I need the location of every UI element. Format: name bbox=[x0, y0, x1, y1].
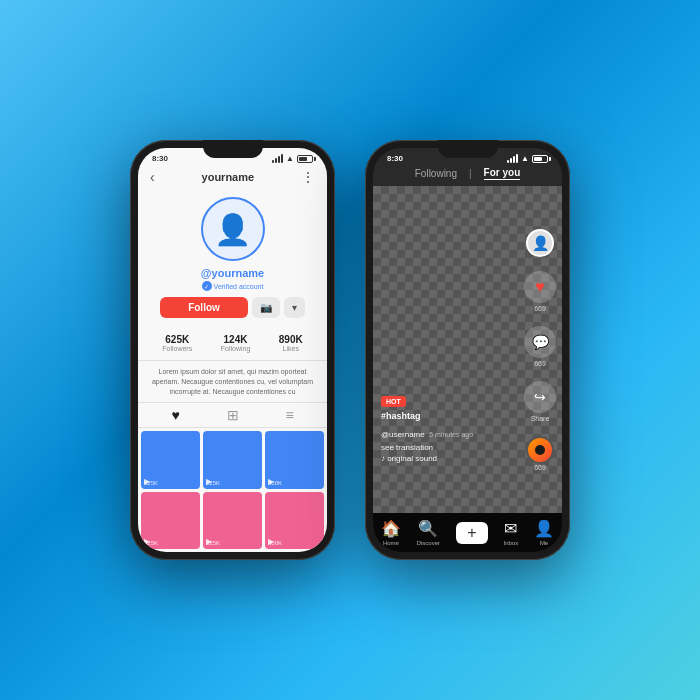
nav-following[interactable]: Following bbox=[415, 168, 457, 179]
likes-count: 890K bbox=[279, 334, 303, 345]
profile-title: yourname bbox=[202, 171, 255, 183]
nav-discover[interactable]: 🔍 Discover bbox=[417, 519, 440, 546]
grid-cell-1[interactable]: ▶ 625K bbox=[141, 431, 200, 488]
content-username[interactable]: @username bbox=[381, 430, 425, 439]
play-icon-6: ▶ bbox=[268, 537, 274, 546]
play-icon-5: ▶ bbox=[206, 537, 212, 546]
nav-inbox[interactable]: ✉ Inbox bbox=[504, 519, 519, 546]
me-icon: 👤 bbox=[534, 519, 554, 538]
battery-icon-right bbox=[532, 155, 548, 163]
avatar-icon: 👤 bbox=[214, 212, 251, 247]
inbox-icon: ✉ bbox=[504, 519, 517, 538]
nav-foryou[interactable]: For you bbox=[484, 167, 521, 180]
music-action[interactable]: 669 bbox=[526, 436, 554, 471]
camera-icon: 📷 bbox=[260, 302, 272, 313]
avatar-action[interactable]: 👤 bbox=[526, 229, 554, 257]
status-icons-right: ▲ bbox=[507, 154, 548, 163]
wifi-icon-right: ▲ bbox=[521, 154, 529, 163]
inbox-label: Inbox bbox=[504, 540, 519, 546]
video-grid: ▶ 625K ▶ 225K ▶ 300K ▶ 625K bbox=[138, 428, 327, 552]
feed-bottom-content: HOT #hashtag @username 5 minutes ago see… bbox=[381, 390, 512, 463]
comment-action[interactable]: 💬 669 bbox=[524, 326, 556, 367]
signal-icon bbox=[272, 155, 283, 163]
feed-avatar-icon: 👤 bbox=[526, 229, 554, 257]
phones-container: 8:30 ▲ bbox=[130, 140, 570, 560]
bio-text: Lorem ipsum dolor sit amet, qui mazim op… bbox=[138, 361, 327, 402]
hot-badge: HOT bbox=[381, 396, 406, 407]
follow-button[interactable]: Follow bbox=[160, 297, 248, 318]
avatar-circle: 👤 bbox=[201, 197, 265, 261]
dropdown-button[interactable]: ▾ bbox=[284, 297, 305, 318]
comment-count: 669 bbox=[534, 360, 546, 367]
music-disc-inner bbox=[535, 445, 545, 455]
feed-actions: 👤 ♥ 669 💬 669 bbox=[524, 229, 556, 471]
feed-video-area[interactable]: 👤 ♥ 669 💬 669 bbox=[373, 186, 562, 513]
play-icon-3: ▶ bbox=[268, 477, 274, 486]
tab-list[interactable]: ≡ bbox=[285, 407, 293, 423]
stat-likes: 890K Likes bbox=[279, 334, 303, 352]
hashtag-text[interactable]: #hashtag bbox=[381, 411, 512, 421]
translation-text[interactable]: see translation bbox=[381, 443, 512, 452]
nav-home[interactable]: 🏠 Home bbox=[381, 519, 401, 546]
notch-right bbox=[438, 140, 498, 158]
home-label: Home bbox=[383, 540, 399, 546]
profile-screen: 8:30 ▲ bbox=[138, 148, 327, 552]
bar2r bbox=[510, 158, 512, 163]
nav-create[interactable]: + bbox=[456, 522, 488, 544]
feed-nav: Following | For you bbox=[373, 165, 562, 186]
bar3 bbox=[278, 156, 280, 163]
likes-label: Likes bbox=[279, 345, 303, 352]
grid-cell-2[interactable]: ▶ 225K bbox=[203, 431, 262, 488]
bar3r bbox=[513, 156, 515, 163]
play-icon-1: ▶ bbox=[144, 477, 150, 486]
play-icon-4: ▶ bbox=[144, 537, 150, 546]
followers-count: 625K bbox=[162, 334, 192, 345]
share-action[interactable]: ↪ Share bbox=[524, 381, 556, 422]
music-count: 669 bbox=[534, 464, 546, 471]
left-phone: 8:30 ▲ bbox=[130, 140, 335, 560]
discover-icon: 🔍 bbox=[418, 519, 438, 538]
comment-icon: 💬 bbox=[532, 334, 549, 350]
me-label: Me bbox=[540, 540, 548, 546]
tab-bar: ♥ ⊞ ≡ bbox=[138, 402, 327, 428]
back-button[interactable]: ‹ bbox=[150, 169, 155, 185]
verified-label: Verified account bbox=[214, 283, 264, 290]
create-button[interactable]: + bbox=[456, 522, 488, 544]
profile-header: 👤 @yourname ✓ Verified account Follow 📷 bbox=[138, 191, 327, 334]
bar1r bbox=[507, 160, 509, 163]
stat-followers: 625K Followers bbox=[162, 334, 192, 352]
time-left: 8:30 bbox=[152, 154, 168, 163]
share-icon: ↪ bbox=[534, 389, 546, 405]
share-icon-circle: ↪ bbox=[524, 381, 556, 413]
grid-cell-6[interactable]: ▶ 300K bbox=[265, 492, 324, 549]
battery-fill-right bbox=[534, 157, 542, 161]
time-right: 8:30 bbox=[387, 154, 403, 163]
action-buttons: Follow 📷 ▾ bbox=[160, 297, 305, 318]
profile-nav: ‹ yourname ⋮ bbox=[138, 165, 327, 191]
signal-icon-right bbox=[507, 155, 518, 163]
camera-button[interactable]: 📷 bbox=[252, 297, 280, 318]
heart-action[interactable]: ♥ 669 bbox=[524, 271, 556, 312]
status-icons-left: ▲ bbox=[272, 154, 313, 163]
sound-text[interactable]: ♪ original sound bbox=[381, 454, 512, 463]
grid-cell-3[interactable]: ▶ 300K bbox=[265, 431, 324, 488]
verified-check-icon: ✓ bbox=[202, 281, 212, 291]
bar4 bbox=[281, 154, 283, 163]
tab-heart[interactable]: ♥ bbox=[171, 407, 179, 423]
verified-badge: ✓ Verified account bbox=[202, 281, 264, 291]
nav-divider: | bbox=[469, 168, 472, 179]
play-icon-2: ▶ bbox=[206, 477, 212, 486]
nav-me[interactable]: 👤 Me bbox=[534, 519, 554, 546]
wifi-icon: ▲ bbox=[286, 154, 294, 163]
tab-grid[interactable]: ⊞ bbox=[227, 407, 239, 423]
right-screen: 8:30 ▲ bbox=[373, 148, 562, 552]
grid-cell-4[interactable]: ▶ 625K bbox=[141, 492, 200, 549]
following-label: Following bbox=[221, 345, 251, 352]
menu-button[interactable]: ⋮ bbox=[301, 169, 315, 185]
bar1 bbox=[272, 160, 274, 163]
heart-icon-circle: ♥ bbox=[524, 271, 556, 303]
share-label: Share bbox=[531, 415, 550, 422]
grid-cell-5[interactable]: ▶ 225K bbox=[203, 492, 262, 549]
left-screen: 8:30 ▲ bbox=[138, 148, 327, 552]
battery-icon bbox=[297, 155, 313, 163]
